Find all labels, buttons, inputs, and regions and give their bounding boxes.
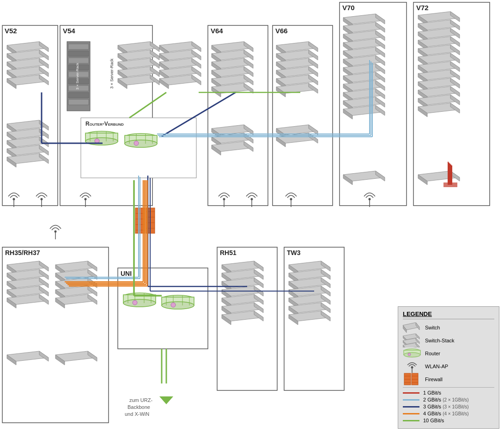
svg-text:Router-Verbund: Router-Verbund: [85, 121, 124, 127]
svg-text:V54: V54: [63, 27, 75, 35]
legend-firewall-label: Firewall: [425, 377, 443, 382]
svg-line-375: [129, 92, 166, 118]
svg-text:UNI: UNI: [121, 270, 132, 277]
legend-line-label-10gbit: 10 GBit/s: [423, 418, 494, 423]
svg-text:V66: V66: [275, 27, 288, 35]
svg-text:RH51: RH51: [220, 249, 237, 256]
uni-router-right: [162, 295, 194, 309]
svg-text:V70: V70: [342, 4, 355, 12]
wlan-ap-v54-1: [80, 193, 91, 207]
legend-wlan-label: WLAN-AP: [425, 364, 448, 369]
svg-text:TW3: TW3: [287, 249, 301, 256]
wlan-ap-v64-1: [219, 193, 230, 207]
v72-switches: [418, 12, 460, 185]
svg-text:3 × Server-Rack: 3 × Server-Rack: [109, 58, 114, 89]
legend-line-label-2gbit: 2 GBit/s (2 × 1GBit/s): [423, 397, 494, 402]
legend-switch-label: Switch: [425, 325, 440, 330]
v64-switches: [212, 42, 253, 155]
legend-line-color-3gbit: [403, 406, 419, 408]
svg-text:RH35/RH37: RH35/RH37: [5, 249, 40, 256]
svg-text:V52: V52: [5, 27, 17, 35]
svg-rect-14: [118, 268, 208, 349]
legend-title: LEGENDE: [403, 310, 494, 319]
svg-point-342: [0, 0, 1, 2]
svg-point-245: [133, 300, 137, 305]
legend-line-4gbit: 4 GBit/s (4 × 1GBit/s): [403, 411, 494, 416]
svg-rect-404: [404, 373, 411, 385]
legend-line-color-1gbit: [403, 392, 419, 394]
rh51-switches: [222, 261, 263, 325]
svg-text:V64: V64: [211, 27, 223, 35]
legend-line-3gbit: 3 GBit/s (3 × 1GBit/s): [403, 404, 494, 409]
svg-rect-366: [443, 182, 457, 187]
legend-item-switch-stack: Switch-Stack: [403, 335, 494, 346]
svg-rect-83: [68, 44, 89, 49]
legend-line-label-3gbit: 3 GBit/s (3 × 1GBit/s): [423, 404, 494, 409]
wlan-ap-v64-2: [246, 193, 257, 207]
v70-switches: [343, 14, 385, 185]
legend-divider: [403, 387, 494, 388]
svg-marker-380: [159, 396, 173, 404]
svg-rect-405: [412, 373, 418, 385]
svg-point-402: [411, 366, 413, 369]
legend-line-2gbit: 2 GBit/s (2 × 1GBit/s): [403, 397, 494, 402]
wlan-ap-v52-2: [36, 193, 47, 207]
rh35-switches: [7, 261, 97, 365]
legend-switch-stack-icon: [403, 335, 421, 346]
v54-switches: [118, 42, 201, 89]
svg-point-253: [171, 303, 176, 307]
legend-switch-stack-label: Switch-Stack: [425, 338, 455, 343]
legend-line-color-4gbit: [403, 413, 419, 414]
legend-line-label-1gbit: 1 GBit/s: [423, 390, 494, 395]
legend-switch-icon: [403, 322, 421, 333]
wlan-ap-rh35-1: [50, 225, 61, 240]
legend-wlan-icon: [403, 361, 421, 372]
legend-router-icon: [403, 348, 421, 359]
legend-router-label: Router: [425, 351, 440, 356]
svg-text:zum URZ-: zum URZ-: [129, 397, 152, 403]
svg-text:3 × Server-Rack: 3 × Server-Rack: [75, 62, 79, 90]
wlan-ap-v52-1: [8, 193, 19, 207]
svg-text:und X-WiN: und X-WiN: [125, 411, 149, 417]
svg-marker-388: [416, 322, 419, 330]
legend-firewall-icon: [403, 374, 421, 385]
svg-text:V72: V72: [416, 4, 429, 12]
legend-line-label-4gbit: 4 GBit/s (4 × 1GBit/s): [423, 411, 494, 416]
legend-item-switch: Switch: [403, 322, 494, 333]
svg-point-400: [404, 353, 420, 357]
wlan-ap-v66-1: [285, 193, 297, 207]
v66-switches: [276, 42, 318, 147]
legend-line-1gbit: 1 GBit/s: [403, 390, 494, 395]
legend-item-router: Router: [403, 348, 494, 359]
legend-box: LEGENDE Switch: [398, 306, 499, 429]
svg-rect-90: [68, 92, 89, 98]
svg-rect-85: [68, 58, 89, 63]
server-rack: 3 × Server-Rack: [67, 42, 90, 111]
svg-point-237: [134, 141, 139, 146]
svg-point-401: [408, 353, 411, 356]
svg-text:Backbone: Backbone: [128, 404, 150, 410]
legend-item-firewall: Firewall: [403, 374, 494, 385]
legend-line-10gbit: 10 GBit/s: [403, 418, 494, 423]
svg-rect-84: [68, 51, 89, 56]
svg-rect-91: [68, 99, 89, 105]
legend-line-color-10gbit: [403, 420, 419, 421]
wlan-ap-v70-1: [364, 193, 375, 207]
tw3-switches: [289, 261, 330, 325]
router-right: [125, 134, 157, 147]
legend-line-color-2gbit: [403, 399, 419, 401]
legend-item-wlan: WLAN-AP: [403, 361, 494, 372]
